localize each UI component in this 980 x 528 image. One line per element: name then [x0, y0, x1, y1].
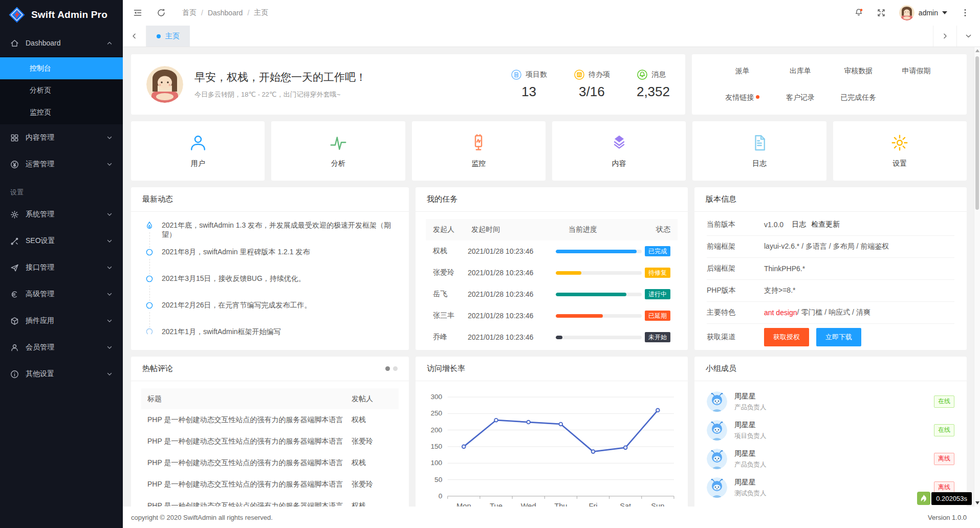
- sidebar-item-system-mgmt[interactable]: 系统管理: [0, 201, 123, 228]
- pulse-icon: [329, 134, 347, 152]
- svg-text:50: 50: [434, 476, 443, 483]
- version-text: Version 1.0.0: [928, 514, 967, 521]
- quicklink-customer-records[interactable]: 客户记录: [771, 93, 829, 102]
- col-header: 发起时间: [471, 225, 569, 234]
- comments-panel: 热帖评论 标题 发帖人 PHP 是一种创建动态交互性站点的强有力的服务器端脚本语…: [131, 357, 409, 507]
- post-title: PHP 是一种创建动态交互性站点的强有力的服务器端脚本语言: [147, 415, 352, 425]
- monitor-board-icon: [469, 134, 488, 152]
- sidebar-item-console[interactable]: 控制台: [0, 57, 123, 79]
- document-circle-icon: [511, 69, 522, 80]
- fullscreen-icon[interactable]: [877, 8, 886, 17]
- stat-projects: 项目数 13: [511, 69, 547, 100]
- stat-value: 13: [511, 84, 547, 100]
- sidebar-item-analysis-page[interactable]: 分析页: [0, 79, 123, 101]
- svg-text:Thu: Thu: [554, 502, 567, 507]
- table-row: 张爱玲 2021/01/28 10:23:46 待修复: [426, 262, 678, 283]
- version-row-php: PHP版本 支持>=8.*: [707, 280, 954, 302]
- list-item: 周星星产品负责人 离线: [707, 445, 954, 473]
- shortcut-settings[interactable]: 设置: [833, 121, 967, 181]
- perf-time-badge[interactable]: 0.202053s: [917, 492, 972, 505]
- task-time: 2021/01/28 10:23:46: [468, 290, 556, 298]
- sidebar-item-label: 其他设置: [26, 369, 54, 379]
- tab-menu-button[interactable]: [956, 26, 980, 47]
- carousel-dot[interactable]: [393, 366, 398, 371]
- quicklink-dispatch[interactable]: 派单: [713, 67, 771, 76]
- sidebar-item-other-settings[interactable]: 其他设置: [0, 361, 123, 387]
- sidebar-item-dashboard[interactable]: Dashboard: [0, 30, 123, 56]
- post-title: PHP 是一种创建动态交互性站点的强有力的服务器端脚本语言: [147, 458, 352, 468]
- online-status-badge: 离线: [934, 453, 954, 465]
- download-now-button[interactable]: 立即下载: [816, 328, 861, 346]
- sidebar-item-member-mgmt[interactable]: 会员管理: [0, 334, 123, 361]
- sidebar-item-monitor-page[interactable]: 监控页: [0, 101, 123, 123]
- quicklink-audit-data[interactable]: 审核数据: [830, 67, 887, 76]
- chevron-down-icon: [106, 318, 113, 324]
- shortcut-users[interactable]: 用户: [131, 121, 265, 181]
- sidebar-item-operation-mgmt[interactable]: 运营管理: [0, 151, 123, 178]
- table-row[interactable]: PHP 是一种创建动态交互性站点的强有力的服务器端脚本语言 权栈: [141, 409, 399, 431]
- scrollbar-up-arrow[interactable]: [975, 49, 979, 52]
- member-role: 产品负责人: [734, 460, 767, 469]
- svg-text:Sun: Sun: [651, 502, 664, 507]
- chevron-down-icon: [106, 291, 113, 297]
- changelog-link[interactable]: 日志: [792, 220, 806, 229]
- quicklink-completed-tasks[interactable]: 已完成任务: [830, 93, 887, 102]
- shortcut-logs[interactable]: 日志: [692, 121, 826, 181]
- sidebar-item-seo-settings[interactable]: SEO设置: [0, 228, 123, 254]
- scrollbar-down-arrow[interactable]: [975, 501, 979, 504]
- version-value: ThinkPHP6.*: [764, 265, 805, 273]
- quicklink-outbound[interactable]: 出库单: [771, 67, 829, 76]
- post-author: 张爱玲: [352, 437, 393, 446]
- home-icon: [10, 39, 19, 48]
- grid-icon: [10, 134, 19, 142]
- sidebar-item-label: 插件应用: [26, 316, 54, 325]
- check-update-link[interactable]: 检查更新: [811, 220, 840, 229]
- task-owner: 张爱玲: [433, 268, 468, 277]
- table-row[interactable]: PHP 是一种创建动态交互性站点的强有力的服务器端脚本语言 权栈: [141, 495, 399, 507]
- carousel-dot-active[interactable]: [385, 366, 390, 371]
- sidebar-item-plugin-apps[interactable]: 插件应用: [0, 307, 123, 334]
- table-row: 权栈 2021/01/28 10:23:46 已完成: [426, 240, 678, 262]
- thinkphp-logo-icon: [917, 492, 930, 505]
- tab-home[interactable]: 主页: [146, 26, 190, 47]
- tab-scroll-right-button[interactable]: [933, 26, 956, 47]
- more-menu-icon[interactable]: [961, 8, 970, 17]
- breadcrumb-dashboard[interactable]: Dashboard: [208, 9, 243, 17]
- table-row[interactable]: PHP 是一种创建动态交互性站点的强有力的服务器端脚本语言 张爱玲: [141, 474, 399, 495]
- get-license-button[interactable]: 获取授权: [764, 328, 809, 346]
- news-text: 2021年底，swiftAdmin 1.3 发布，并发展成最受欢迎的极速开发框架…: [162, 221, 391, 238]
- app-logo[interactable]: Swift Admin Pro: [0, 0, 123, 30]
- sidebar-item-content-mgmt[interactable]: 内容管理: [0, 124, 123, 151]
- collapse-sidebar-icon[interactable]: [133, 8, 142, 17]
- shortcut-analysis[interactable]: 分析: [271, 121, 405, 181]
- breadcrumb-home[interactable]: 首页: [182, 8, 197, 17]
- table-row[interactable]: PHP 是一种创建动态交互性站点的强有力的服务器端脚本语言 张爱玲: [141, 431, 399, 452]
- sidebar-item-label: 高级管理: [26, 290, 54, 299]
- panel-title: 访问增长率: [416, 357, 688, 381]
- shortcut-content[interactable]: 内容: [552, 121, 686, 181]
- shortcut-monitor[interactable]: 监控: [412, 121, 546, 181]
- panel-title: 最新动态: [131, 187, 409, 212]
- refresh-icon[interactable]: [157, 8, 166, 17]
- shortcut-label: 日志: [752, 159, 767, 168]
- news-item: 2021年底，swiftAdmin 1.3 发布，并发展成最受欢迎的极速开发框架…: [143, 221, 397, 248]
- version-label: 前端框架: [707, 242, 764, 251]
- vertical-scrollbar[interactable]: [974, 47, 980, 507]
- table-row[interactable]: PHP 是一种创建动态交互性站点的强有力的服务器端脚本语言 权栈: [141, 452, 399, 474]
- quicklink-friend-links[interactable]: 友情链接: [713, 93, 771, 102]
- breadcrumb: 首页 / Dashboard / 主页: [182, 8, 268, 17]
- sidebar-item-advanced-mgmt[interactable]: 高级管理: [0, 281, 123, 307]
- submenu-label: 控制台: [30, 64, 51, 73]
- member-avatar: [707, 449, 727, 469]
- col-header: 当前进度: [569, 225, 639, 234]
- comments-table: 标题 发帖人 PHP 是一种创建动态交互性站点的强有力的服务器端脚本语言 权栈 …: [141, 388, 399, 507]
- scrollbar-thumb[interactable]: [975, 56, 979, 210]
- user-menu[interactable]: admin: [899, 5, 947, 20]
- quicklink-label: 友情链接: [725, 93, 754, 101]
- notification-bell-icon[interactable]: [854, 8, 863, 17]
- task-time: 2021/01/28 10:23:46: [468, 269, 556, 277]
- layers-icon: [610, 134, 628, 152]
- quicklink-leave-request[interactable]: 申请假期: [887, 67, 945, 76]
- sidebar-item-api-mgmt[interactable]: 接口管理: [0, 254, 123, 281]
- tab-scroll-left-button[interactable]: [123, 26, 146, 47]
